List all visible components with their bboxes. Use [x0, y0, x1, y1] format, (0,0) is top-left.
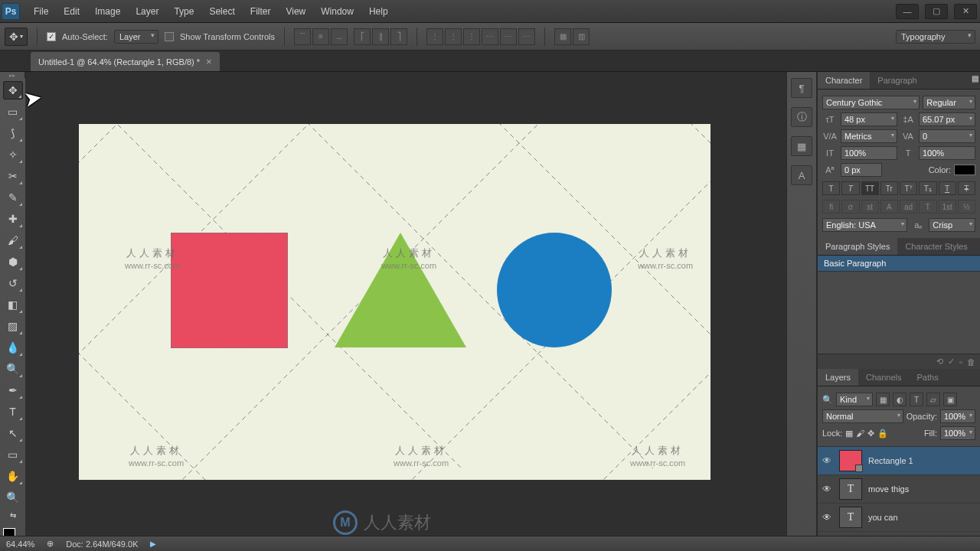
hand-tool[interactable]: ✋	[3, 467, 23, 485]
tab-character[interactable]: Character	[818, 72, 870, 89]
blur-tool[interactable]: 💧	[3, 338, 23, 357]
menu-view[interactable]: View	[278, 2, 313, 21]
tab-channels[interactable]: Channels	[858, 369, 909, 386]
ot-swash[interactable]: A	[880, 200, 898, 214]
move-tool[interactable]: ✥	[3, 81, 23, 99]
language-dropdown[interactable]: English: USA	[822, 218, 907, 232]
tab-layers[interactable]: Layers	[818, 369, 858, 386]
align-top-icon[interactable]: ⎴	[294, 28, 311, 45]
autoselect-target-dropdown[interactable]: Layer	[114, 30, 158, 44]
menu-window[interactable]: Window	[313, 2, 361, 21]
brush-tool[interactable]: 🖌	[3, 231, 23, 249]
tt-faux-bold[interactable]: T	[822, 181, 840, 195]
ot-fractions[interactable]: ½	[958, 200, 975, 214]
menu-file[interactable]: File	[26, 2, 56, 21]
menu-filter[interactable]: Filter	[243, 2, 279, 21]
workspace-dropdown[interactable]: Typography	[896, 30, 975, 44]
menu-layer[interactable]: Layer	[128, 2, 166, 21]
tt-strike[interactable]: Ŧ	[958, 181, 975, 195]
lock-all-icon[interactable]: 🔒	[877, 429, 888, 439]
filter-pixel-icon[interactable]: ▦	[876, 393, 890, 406]
menu-help[interactable]: Help	[361, 2, 396, 21]
visibility-icon[interactable]: 👁	[822, 455, 833, 466]
filter-smart-icon[interactable]: ▣	[943, 393, 957, 406]
gradient-tool[interactable]: ▨	[3, 317, 23, 335]
menu-select[interactable]: Select	[201, 2, 242, 21]
history-brush-tool[interactable]: ↺	[3, 274, 23, 292]
current-tool-icon[interactable]: ✥▾	[5, 28, 28, 46]
distribute-1-icon[interactable]: ⋮	[426, 28, 443, 45]
show-transform-checkbox[interactable]	[165, 32, 174, 41]
dodge-tool[interactable]: 🔍	[3, 360, 23, 378]
layer-row[interactable]: 👁 T move thigs	[818, 475, 980, 504]
dock-glyphs-icon[interactable]: ¶	[791, 78, 812, 98]
minimize-button[interactable]: —	[896, 4, 919, 19]
fill-input[interactable]: 100%	[940, 426, 975, 440]
doc-size[interactable]: Doc: 2.64M/649.0K	[66, 540, 138, 549]
ot-ordinals[interactable]: 1st	[939, 200, 956, 214]
pen-tool[interactable]: ✒	[3, 381, 23, 399]
filter-kind-dropdown[interactable]: Kind	[836, 393, 873, 406]
canvas-viewport[interactable]: ➤ www.rr-sc.com 人人素材www.rr-sc.com 人人素材ww…	[25, 72, 786, 536]
tt-subscript[interactable]: T₁	[919, 181, 936, 195]
zoom-tool[interactable]: 🔍	[3, 488, 23, 507]
tools-collapse-icon[interactable]: ▸▸	[0, 72, 24, 78]
font-family-dropdown[interactable]: Century Gothic	[822, 96, 920, 109]
layer-name[interactable]: Rectangle 1	[868, 456, 913, 465]
kerning-dropdown[interactable]: Metrics	[841, 129, 897, 143]
visibility-icon[interactable]: 👁	[822, 484, 833, 494]
healing-tool[interactable]: ✚	[3, 210, 23, 228]
marquee-tool[interactable]: ▭	[3, 103, 23, 121]
crop-tool[interactable]: ✂	[3, 167, 23, 185]
align-left-icon[interactable]: ⎡	[354, 28, 371, 45]
distribute-2-icon[interactable]: ⋮	[445, 28, 462, 45]
filter-shape-icon[interactable]: ▱	[926, 393, 940, 406]
status-icon[interactable]: ⊕	[47, 539, 54, 549]
font-style-dropdown[interactable]: Regular	[923, 96, 975, 109]
type-tool[interactable]: T	[3, 403, 23, 421]
dock-styles-icon[interactable]: A	[791, 165, 812, 185]
distribute-6-icon[interactable]: ⋯	[518, 28, 535, 45]
layer-thumbnail[interactable]	[839, 450, 862, 471]
tt-underline[interactable]: T	[939, 181, 956, 195]
hscale-input[interactable]: 100%	[919, 146, 975, 160]
vscale-input[interactable]: 100%	[841, 146, 897, 160]
stamp-tool[interactable]: ⬢	[3, 253, 23, 271]
tracking-input[interactable]: 0	[919, 129, 975, 143]
canvas[interactable]: 人人素材www.rr-sc.com 人人素材www.rr-sc.com 人人素材…	[79, 124, 710, 480]
ot-stylistic[interactable]: ad	[900, 200, 917, 214]
lasso-tool[interactable]: ⟆	[3, 124, 23, 142]
tt-faux-italic[interactable]: T	[841, 181, 859, 195]
distribute-4-icon[interactable]: ⋯	[482, 28, 498, 45]
tt-smallcaps[interactable]: Tr	[880, 181, 898, 195]
ot-titling[interactable]: T	[919, 200, 936, 214]
leading-input[interactable]: 65.07 px	[919, 112, 975, 126]
ot-ligatures[interactable]: fi	[822, 200, 840, 214]
visibility-icon[interactable]: 👁	[822, 512, 833, 523]
lock-trans-icon[interactable]: ▦	[845, 429, 853, 439]
menu-image[interactable]: Image	[87, 2, 128, 21]
filter-adjust-icon[interactable]: ◐	[893, 393, 906, 406]
text-color-swatch[interactable]	[954, 165, 975, 175]
layer-name[interactable]: you can	[868, 513, 898, 522]
distribute-3-icon[interactable]: ⋮	[463, 28, 480, 45]
shape-tool[interactable]: ▭	[3, 445, 23, 464]
zoom-value[interactable]: 64.44%	[6, 540, 34, 549]
wand-tool[interactable]: ✧	[3, 145, 23, 164]
eraser-tool[interactable]: ◧	[3, 295, 23, 314]
autoselect-checkbox[interactable]: ✓	[47, 32, 56, 41]
document-tab-close-icon[interactable]: ×	[206, 56, 212, 67]
eyedropper-tool[interactable]: ✎	[3, 188, 23, 207]
lock-pos-icon[interactable]: ✥	[867, 429, 874, 439]
ps-trash-icon[interactable]: 🗑	[967, 357, 975, 367]
distribute-5-icon[interactable]: ⋯	[500, 28, 517, 45]
blend-mode-dropdown[interactable]: Normal	[822, 409, 903, 423]
status-flyout-icon[interactable]: ▶	[150, 540, 156, 548]
tab-character-styles[interactable]: Character Styles	[897, 238, 975, 255]
ps-apply-icon[interactable]: ✓	[948, 357, 955, 367]
layer-row[interactable]: 👁 T you can	[818, 504, 980, 532]
paragraph-style-item[interactable]: Basic Paragraph	[818, 256, 980, 272]
ot-discretionary[interactable]: st	[861, 200, 879, 214]
tab-paragraph-styles[interactable]: Paragraph Styles	[818, 238, 897, 255]
ps-new-icon[interactable]: ▫	[959, 357, 962, 367]
